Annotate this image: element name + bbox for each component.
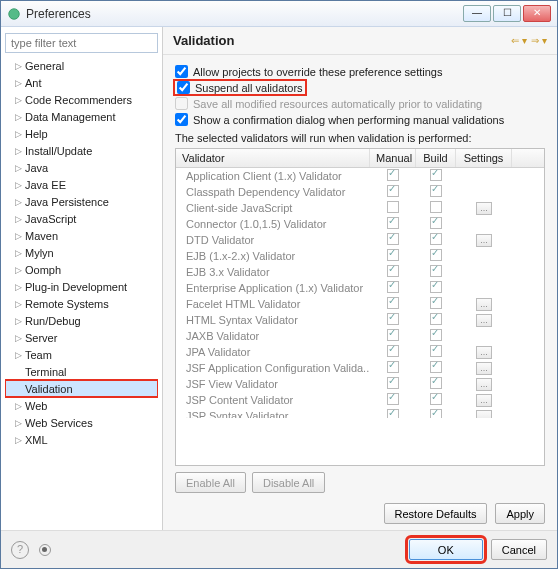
tree-item[interactable]: ▷Maven (5, 227, 158, 244)
manual-cell[interactable] (370, 249, 416, 263)
filter-input[interactable] (5, 33, 158, 53)
settings-cell[interactable]: … (456, 361, 512, 375)
table-row[interactable]: JSF Application Configuration Valida...… (176, 360, 544, 376)
restore-defaults-button[interactable]: Restore Defaults (384, 503, 488, 524)
close-button[interactable]: ✕ (523, 5, 551, 22)
settings-cell[interactable]: … (456, 201, 512, 215)
table-row[interactable]: Enterprise Application (1.x) Validator (176, 280, 544, 296)
build-cell[interactable] (416, 233, 456, 247)
allow-override-checkbox[interactable]: Allow projects to override these prefere… (175, 65, 545, 78)
col-manual[interactable]: Manual (370, 149, 416, 167)
tree-item[interactable]: ▷Web Services (5, 414, 158, 431)
tree-item[interactable]: ▷Mylyn (5, 244, 158, 261)
build-cell[interactable] (416, 169, 456, 183)
settings-cell[interactable]: … (456, 409, 512, 418)
expand-icon[interactable]: ▷ (13, 418, 23, 428)
tree-item[interactable]: ▷XML (5, 431, 158, 448)
expand-icon[interactable]: ▷ (13, 299, 23, 309)
preferences-tree[interactable]: ▷General▷Ant▷Code Recommenders▷Data Mana… (5, 57, 158, 524)
tree-item[interactable]: Terminal (5, 363, 158, 380)
ok-button[interactable]: OK (409, 539, 483, 560)
titlebar[interactable]: Preferences — ☐ ✕ (1, 1, 557, 27)
expand-icon[interactable]: ▷ (13, 435, 23, 445)
tree-item[interactable]: ▷Oomph (5, 261, 158, 278)
tree-item[interactable]: ▷Data Management (5, 108, 158, 125)
tree-item[interactable]: ▷Team (5, 346, 158, 363)
table-row[interactable]: Facelet HTML Validator… (176, 296, 544, 312)
tree-item[interactable]: ▷General (5, 57, 158, 74)
manual-cell[interactable] (370, 297, 416, 311)
settings-cell[interactable]: … (456, 233, 512, 247)
col-validator[interactable]: Validator (176, 149, 370, 167)
manual-cell[interactable] (370, 185, 416, 199)
build-cell[interactable] (416, 393, 456, 407)
expand-icon[interactable]: ▷ (13, 61, 23, 71)
back-icon[interactable]: ⇐ ▾ (511, 35, 527, 46)
tree-item[interactable]: ▷Server (5, 329, 158, 346)
build-cell[interactable] (416, 329, 456, 343)
tree-item[interactable]: Validation (5, 380, 158, 397)
settings-cell[interactable]: … (456, 313, 512, 327)
tree-item[interactable]: ▷Java EE (5, 176, 158, 193)
build-cell[interactable] (416, 185, 456, 199)
expand-icon[interactable]: ▷ (13, 316, 23, 326)
col-build[interactable]: Build (416, 149, 456, 167)
build-cell[interactable] (416, 217, 456, 231)
settings-cell[interactable]: … (456, 297, 512, 311)
table-row[interactable]: EJB (1.x-2.x) Validator (176, 248, 544, 264)
suspend-validators-checkbox[interactable]: Suspend all validators (175, 81, 305, 94)
expand-icon[interactable]: ▷ (13, 163, 23, 173)
tree-item[interactable]: ▷Web (5, 397, 158, 414)
table-row[interactable]: Application Client (1.x) Validator (176, 168, 544, 184)
expand-icon[interactable]: ▷ (13, 265, 23, 275)
table-row[interactable]: JAXB Validator (176, 328, 544, 344)
build-cell[interactable] (416, 265, 456, 279)
expand-icon[interactable]: ▷ (13, 282, 23, 292)
tree-item[interactable]: ▷Install/Update (5, 142, 158, 159)
cancel-button[interactable]: Cancel (491, 539, 547, 560)
tree-item[interactable]: ▷Java (5, 159, 158, 176)
save-resources-checkbox[interactable]: Save all modified resources automaticall… (175, 97, 545, 110)
settings-cell[interactable]: … (456, 377, 512, 391)
expand-icon[interactable]: ▷ (13, 180, 23, 190)
expand-icon[interactable]: ▷ (13, 401, 23, 411)
build-cell[interactable] (416, 281, 456, 295)
expand-icon[interactable]: ▷ (13, 350, 23, 360)
settings-cell[interactable]: … (456, 345, 512, 359)
manual-cell[interactable] (370, 345, 416, 359)
table-row[interactable]: HTML Syntax Validator… (176, 312, 544, 328)
tree-item[interactable]: ▷Java Persistence (5, 193, 158, 210)
manual-cell[interactable] (370, 201, 416, 215)
build-cell[interactable] (416, 361, 456, 375)
settings-cell[interactable]: … (456, 393, 512, 407)
manual-cell[interactable] (370, 377, 416, 391)
table-row[interactable]: Classpath Dependency Validator (176, 184, 544, 200)
manual-cell[interactable] (370, 409, 416, 418)
build-cell[interactable] (416, 249, 456, 263)
manual-cell[interactable] (370, 329, 416, 343)
table-row[interactable]: JSP Syntax Validator… (176, 408, 544, 418)
expand-icon[interactable]: ▷ (13, 95, 23, 105)
build-cell[interactable] (416, 313, 456, 327)
forward-icon[interactable]: ⇒ ▾ (531, 35, 547, 46)
build-cell[interactable] (416, 345, 456, 359)
table-row[interactable]: JSF View Validator… (176, 376, 544, 392)
manual-cell[interactable] (370, 233, 416, 247)
manual-cell[interactable] (370, 265, 416, 279)
minimize-button[interactable]: — (463, 5, 491, 22)
tree-item[interactable]: ▷Run/Debug (5, 312, 158, 329)
manual-cell[interactable] (370, 169, 416, 183)
tree-item[interactable]: ▷Help (5, 125, 158, 142)
confirm-dialog-checkbox[interactable]: Show a confirmation dialog when performi… (175, 113, 545, 126)
disable-all-button[interactable]: Disable All (252, 472, 325, 493)
help-icon[interactable]: ? (11, 541, 29, 559)
build-cell[interactable] (416, 201, 456, 215)
tree-item[interactable]: ▷JavaScript (5, 210, 158, 227)
table-row[interactable]: JSP Content Validator… (176, 392, 544, 408)
build-cell[interactable] (416, 409, 456, 418)
manual-cell[interactable] (370, 393, 416, 407)
apply-button[interactable]: Apply (495, 503, 545, 524)
tree-item[interactable]: ▷Ant (5, 74, 158, 91)
manual-cell[interactable] (370, 217, 416, 231)
maximize-button[interactable]: ☐ (493, 5, 521, 22)
